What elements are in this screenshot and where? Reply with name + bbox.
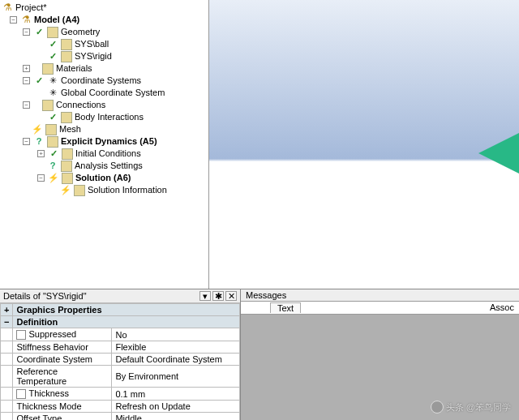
details-title: Details of "SYS\rigid" [3, 291, 87, 301]
axis-icon: ✳ [47, 75, 58, 87]
solinfo-icon [74, 185, 85, 196]
definition-section[interactable]: Definition [13, 316, 240, 328]
tree-cs[interactable]: Coordinate Systems [61, 75, 141, 87]
collapse-icon[interactable]: − [23, 138, 30, 145]
tree-as[interactable]: Analysis Settings [75, 160, 143, 172]
body-icon [61, 51, 72, 62]
cs-label: Coordinate System [13, 354, 112, 366]
graphics-viewport[interactable] [209, 0, 519, 289]
outline-tree[interactable]: ⚗Project* −⚗Model (A4) −✓Geometry ✓SYS\b… [0, 0, 209, 289]
tree-ball[interactable]: SYS\ball [75, 38, 109, 50]
collapse-icon[interactable]: − [23, 77, 30, 84]
settings-icon [61, 161, 72, 172]
messages-title: Messages [241, 289, 519, 302]
ic-icon [62, 148, 73, 160]
tab-assoc[interactable]: Assoc [490, 302, 514, 313]
check-icon: ✓ [48, 148, 59, 160]
tree-materials[interactable]: Materials [56, 62, 92, 75]
tree-bi[interactable]: Body Interactions [75, 111, 144, 123]
tree-rigid[interactable]: SYS\rigid [75, 50, 112, 62]
offset-value[interactable]: Middle [112, 413, 240, 420]
expand-icon[interactable]: + [23, 65, 30, 72]
avatar-icon [431, 401, 444, 414]
tree-geometry[interactable]: Geometry [61, 26, 100, 38]
pin-icon[interactable]: ✱ [212, 291, 224, 301]
close-icon[interactable]: ✕ [225, 291, 237, 301]
graphics-section[interactable]: Graphics Properties [13, 304, 240, 316]
tree-model[interactable]: Model (A4) [34, 14, 79, 26]
model-surface[interactable] [478, 133, 519, 174]
reftemp-value[interactable]: By Environment [112, 366, 240, 388]
tree-ic[interactable]: Initial Conditions [75, 148, 141, 160]
lightning-icon: ⚡ [60, 185, 71, 196]
reftemp-label: Reference Temperature [13, 366, 112, 388]
geometry-icon [47, 27, 58, 38]
suppressed-value[interactable]: No [112, 328, 240, 341]
collapse-icon[interactable]: − [10, 16, 17, 24]
collapse-icon[interactable]: − [23, 28, 30, 36]
body-icon [61, 39, 72, 50]
tree-project[interactable]: Project* [15, 2, 47, 14]
filter-icon: ⚗ [20, 15, 32, 26]
collapse-icon[interactable]: − [37, 174, 45, 182]
expand-icon[interactable]: + [37, 150, 45, 157]
offset-label: Offset Type [13, 413, 112, 420]
tree-conn[interactable]: Connections [56, 99, 105, 111]
dropdown-icon[interactable]: ▾ [199, 291, 211, 301]
axis-icon: ✳ [47, 88, 58, 99]
tree-mesh[interactable]: Mesh [59, 123, 81, 135]
analysis-icon [47, 136, 58, 148]
connections-icon [42, 100, 54, 111]
stiffness-label: Stiffness Behavior [13, 341, 112, 354]
details-panel: Details of "SYS\rigid" ▾ ✱ ✕ +Graphics P… [0, 289, 241, 420]
tmode-label: Thickness Mode [13, 401, 112, 413]
lightning-icon: ⚡ [32, 124, 43, 135]
watermark: 头条 @笨鸟同学 [431, 401, 511, 414]
tree-gcs[interactable]: Global Coordinate System [61, 87, 165, 99]
solution-icon [62, 173, 73, 184]
check-icon: ✓ [33, 27, 45, 38]
tree-ed[interactable]: Explicit Dynamics (A5) [61, 135, 157, 148]
body-int-icon [61, 112, 72, 123]
check-icon: ✓ [47, 51, 58, 62]
collapse-icon[interactable]: − [23, 101, 30, 109]
check-icon: ✓ [47, 112, 58, 123]
suppressed-label: Suppressed [28, 329, 76, 339]
question-icon: ? [33, 136, 45, 148]
checkbox[interactable] [16, 330, 26, 340]
tab-text[interactable]: Text [270, 302, 301, 313]
mesh-icon [45, 124, 57, 135]
tree-si[interactable]: Solution Information [88, 184, 167, 196]
tmode-value[interactable]: Refresh on Update [112, 401, 240, 413]
cs-value[interactable]: Default Coordinate System [112, 354, 240, 366]
project-icon: ⚗ [2, 2, 13, 14]
thickness-label: Thickness [28, 388, 69, 398]
materials-icon [42, 63, 54, 75]
expand-icon[interactable]: + [1, 304, 13, 316]
thickness-value[interactable]: 0.1 mm [112, 388, 240, 401]
question-icon: ? [47, 161, 58, 172]
check-icon: ✓ [47, 39, 58, 50]
check-icon: ✓ [33, 75, 45, 87]
lightning-icon: ⚡ [48, 173, 59, 184]
stiffness-value[interactable]: Flexible [112, 341, 240, 354]
checkbox[interactable] [16, 389, 26, 399]
collapse-icon[interactable]: − [1, 316, 13, 328]
tree-sol[interactable]: Solution (A6) [75, 172, 131, 184]
